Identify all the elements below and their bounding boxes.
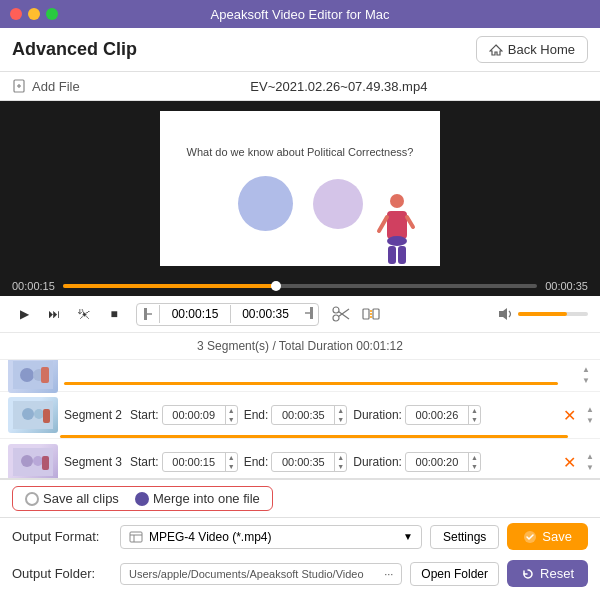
segment-2-duration-spinner[interactable]: ▲ ▼ xyxy=(468,406,480,424)
segment-3-start-spinner[interactable]: ▲ ▼ xyxy=(225,453,237,471)
start-marker-icon xyxy=(143,307,153,321)
thumb-icon xyxy=(13,401,53,429)
segment-2-thumbnail xyxy=(8,397,58,433)
merge-label: Merge into one file xyxy=(153,491,260,506)
format-select[interactable]: MPEG-4 Video (*.mp4) ▼ xyxy=(120,525,422,549)
segment-2-end-spinner[interactable]: ▲ ▼ xyxy=(334,406,346,424)
stop-button[interactable]: ■ xyxy=(102,302,126,326)
reset-button[interactable]: Reset xyxy=(507,560,588,587)
folder-label: Output Folder: xyxy=(12,566,112,581)
segment-2-start-input[interactable]: 00:00:09 ▲ ▼ xyxy=(162,405,238,425)
svg-rect-28 xyxy=(41,367,49,383)
segment-3-start-input[interactable]: 00:00:15 ▲ ▼ xyxy=(162,452,238,472)
add-file-button[interactable]: Add File xyxy=(12,78,80,94)
segment-2-start-spinner[interactable]: ▲ ▼ xyxy=(225,406,237,424)
format-value: MPEG-4 Video (*.mp4) xyxy=(129,530,272,544)
svg-rect-5 xyxy=(387,211,407,239)
segment-3-duration-spinner[interactable]: ▲ ▼ xyxy=(468,453,480,471)
segment-2-duration-field: Duration: 00:00:26 ▲ ▼ xyxy=(353,405,481,425)
segment-2-bar xyxy=(60,435,568,438)
back-home-button[interactable]: Back Home xyxy=(476,36,588,63)
frame-button[interactable]: ⏧ xyxy=(72,302,96,326)
start-time-value[interactable]: 00:00:15 xyxy=(160,305,230,323)
svg-rect-19 xyxy=(363,309,369,319)
split-button[interactable] xyxy=(359,302,383,326)
table-row: Segment 3 Start: 00:00:15 ▲ ▼ End: 00:00 xyxy=(0,439,600,479)
svg-point-35 xyxy=(33,456,43,466)
svg-point-6 xyxy=(387,236,407,246)
fast-forward-button[interactable]: ⏭ xyxy=(42,302,66,326)
save-all-radio[interactable] xyxy=(25,492,39,506)
merge-radio[interactable] xyxy=(135,492,149,506)
segment-3-duration-field: Duration: 00:00:20 ▲ ▼ xyxy=(353,452,481,472)
controls-row: ▶ ⏭ ⏧ ■ 00:00:15 00:00:35 xyxy=(0,296,600,333)
end-time-value[interactable]: 00:00:35 xyxy=(230,305,300,323)
titlebar: Apeaksoft Video Editor for Mac xyxy=(0,0,600,28)
table-icon xyxy=(129,531,143,543)
end-marker-icon xyxy=(304,306,314,320)
segment-3-start-field: Start: 00:00:15 ▲ ▼ xyxy=(130,452,238,472)
svg-marker-0 xyxy=(490,45,502,55)
home-icon xyxy=(489,43,503,57)
save-button[interactable]: Save xyxy=(507,523,588,550)
add-file-label: Add File xyxy=(32,79,80,94)
minimize-button[interactable] xyxy=(28,8,40,20)
save-all-option[interactable]: Save all clips xyxy=(25,491,119,506)
segment-3-label: Segment 3 xyxy=(64,455,124,469)
play-button[interactable]: ▶ xyxy=(12,302,36,326)
volume-track[interactable] xyxy=(518,312,588,316)
video-caption: What do we know about Political Correctn… xyxy=(177,146,424,158)
svg-point-30 xyxy=(22,408,34,420)
dropdown-chevron-icon: ▼ xyxy=(403,531,413,542)
segments-summary: 3 Segment(s) / Total Duration 00:01:12 xyxy=(0,333,600,360)
figure-illustration xyxy=(375,191,420,266)
segment-2-end-field: End: 00:00:35 ▲ ▼ xyxy=(244,405,348,425)
segment-2-start-field: Start: 00:00:09 ▲ ▼ xyxy=(130,405,238,425)
save-merge-row: Save all clips Merge into one file xyxy=(0,479,600,518)
segment-3-reorder[interactable]: ▲ ▼ xyxy=(586,452,594,472)
video-illustration xyxy=(238,176,363,231)
open-folder-button[interactable]: Open Folder xyxy=(410,562,499,586)
start-label: Start: xyxy=(130,455,159,469)
save-merge-options: Save all clips Merge into one file xyxy=(12,486,273,511)
svg-point-26 xyxy=(20,368,34,382)
maximize-button[interactable] xyxy=(46,8,58,20)
segment-2-reorder[interactable]: ▲ ▼ xyxy=(586,405,594,425)
segment-3-end-input[interactable]: 00:00:35 ▲ ▼ xyxy=(271,452,347,472)
svg-rect-32 xyxy=(43,409,50,423)
app-title: Apeaksoft Video Editor for Mac xyxy=(211,7,390,22)
svg-rect-36 xyxy=(42,456,49,470)
segments-summary-text: 3 Segment(s) / Total Duration 00:01:12 xyxy=(197,339,403,353)
duration-label: Duration: xyxy=(353,408,402,422)
add-file-row: Add File EV~2021.02.26~07.49.38.mp4 xyxy=(0,72,600,101)
merge-option[interactable]: Merge into one file xyxy=(135,491,260,506)
segment-3-end-spinner[interactable]: ▲ ▼ xyxy=(334,453,346,471)
segment-3-delete-button[interactable]: ✕ xyxy=(559,453,580,472)
timeline-track[interactable] xyxy=(63,284,537,288)
segment-2-duration-input[interactable]: 00:00:26 ▲ ▼ xyxy=(405,405,481,425)
segment-2-delete-button[interactable]: ✕ xyxy=(559,406,580,425)
end-bracket xyxy=(300,304,318,325)
format-label: Output Format: xyxy=(12,529,112,544)
clip-button[interactable] xyxy=(329,302,353,326)
svg-point-16 xyxy=(333,315,339,321)
segment-3-end-field: End: 00:00:35 ▲ ▼ xyxy=(244,452,348,472)
page-title: Advanced Clip xyxy=(12,39,137,60)
thumb-icon xyxy=(13,361,53,389)
scissors-icon xyxy=(332,306,350,322)
segment-2-end-input[interactable]: 00:00:35 ▲ ▼ xyxy=(271,405,347,425)
video-frame: What do we know about Political Correctn… xyxy=(160,111,440,266)
start-bracket xyxy=(137,305,160,323)
time-range-input: 00:00:15 00:00:35 xyxy=(136,303,319,326)
segment-3-duration-input[interactable]: 00:00:20 ▲ ▼ xyxy=(405,452,481,472)
timeline-thumb[interactable] xyxy=(271,281,281,291)
settings-button[interactable]: Settings xyxy=(430,525,499,549)
volume-control xyxy=(498,307,588,321)
save-all-label: Save all clips xyxy=(43,491,119,506)
segment-1-up-arrow[interactable]: ▲ ▼ xyxy=(582,365,590,385)
segment-2-info: Segment 2 Start: 00:00:09 ▲ ▼ End: 00:00 xyxy=(64,405,553,425)
folder-path-ellipsis[interactable]: ··· xyxy=(384,568,393,580)
save-icon xyxy=(523,530,537,544)
close-button[interactable] xyxy=(10,8,22,20)
back-home-label: Back Home xyxy=(508,42,575,57)
